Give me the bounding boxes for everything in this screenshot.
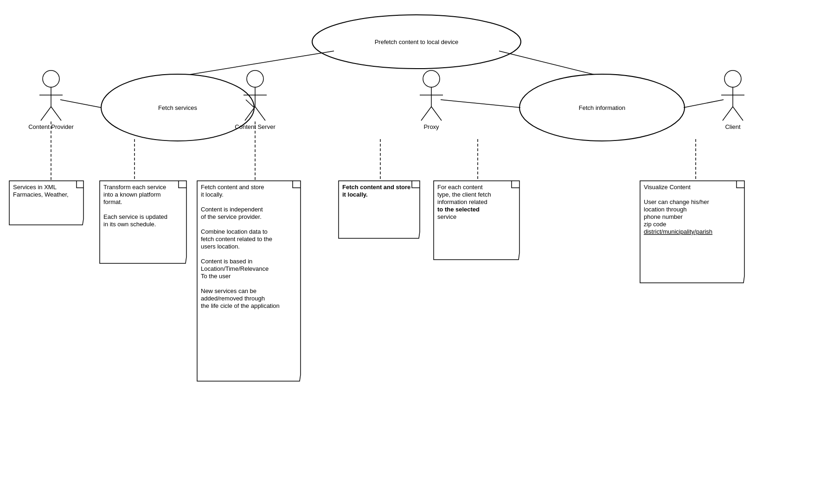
svg-point-2 xyxy=(43,70,59,87)
svg-line-6 xyxy=(51,107,61,121)
client-label: Client xyxy=(725,123,741,130)
fetch-services-label: Fetch services xyxy=(158,104,197,111)
top-ellipse-label: Prefetch content to local device xyxy=(375,38,459,45)
note3-line12: added/removed through xyxy=(201,295,265,302)
note3-line11: New services can be xyxy=(201,287,256,294)
note1-line1: Services in XML xyxy=(13,184,57,191)
svg-line-19 xyxy=(441,100,520,108)
note6-line1: Visualize Content xyxy=(644,184,691,191)
svg-point-8 xyxy=(247,70,263,87)
note2-line5: in its own schedule. xyxy=(103,221,156,228)
note3-line10: To the user xyxy=(201,273,231,280)
note3-line5: Combine location data to xyxy=(201,228,268,235)
note5-line5: service xyxy=(437,213,456,220)
note5-line4: to the selected xyxy=(437,206,480,213)
svg-line-24 xyxy=(733,107,743,121)
note3-line8: Content is based in xyxy=(201,258,252,265)
note2-line2: into a known platform xyxy=(103,191,161,198)
note3-line7: users location. xyxy=(201,243,240,250)
svg-point-20 xyxy=(724,70,741,87)
note6-line5: zip code xyxy=(644,221,666,228)
svg-line-17 xyxy=(421,107,431,121)
proxy-label: Proxy xyxy=(423,123,439,130)
note6-line2: User can change his/her xyxy=(644,198,710,205)
note2-line1: Transform each service xyxy=(103,184,166,191)
note3-line3: Content is independent xyxy=(201,206,263,213)
svg-line-23 xyxy=(723,107,733,121)
note3-line2: it locally. xyxy=(201,191,224,198)
note2-line3: format. xyxy=(103,198,122,205)
svg-point-14 xyxy=(423,70,440,87)
fetch-information-label: Fetch information xyxy=(579,104,625,111)
note4-line1: Fetch content and store xyxy=(342,184,410,191)
note1-line2: Farmacies, Weather, xyxy=(13,191,69,198)
note5-line2: type, the client fetch xyxy=(437,191,491,198)
note3-line9: Location/Time/Relevance xyxy=(201,265,269,272)
svg-line-25 xyxy=(684,100,724,108)
svg-line-18 xyxy=(431,107,442,121)
note6-line4: phone number xyxy=(644,213,683,220)
note3-line1: Fetch content and store xyxy=(201,184,264,191)
svg-line-12 xyxy=(255,107,265,121)
note3-line13: the life cicle of the application xyxy=(201,302,280,309)
note4-line2: it locally. xyxy=(342,191,368,198)
uml-diagram: Prefetch content to local device Fetch s… xyxy=(0,0,833,504)
note3-line4: of the service provider. xyxy=(201,213,262,220)
note6-line3: location through xyxy=(644,206,687,213)
svg-line-5 xyxy=(41,107,51,121)
note2-line4: Each service is updated xyxy=(103,213,167,220)
note3-line6: fetch content related to the xyxy=(201,236,272,242)
svg-line-0 xyxy=(178,51,334,77)
svg-line-7 xyxy=(60,100,101,108)
svg-line-1 xyxy=(499,51,602,77)
note5-line1: For each content xyxy=(437,184,483,191)
note5-line3: information related xyxy=(437,198,487,205)
note6-line6: district/municipality/parish xyxy=(644,228,712,235)
